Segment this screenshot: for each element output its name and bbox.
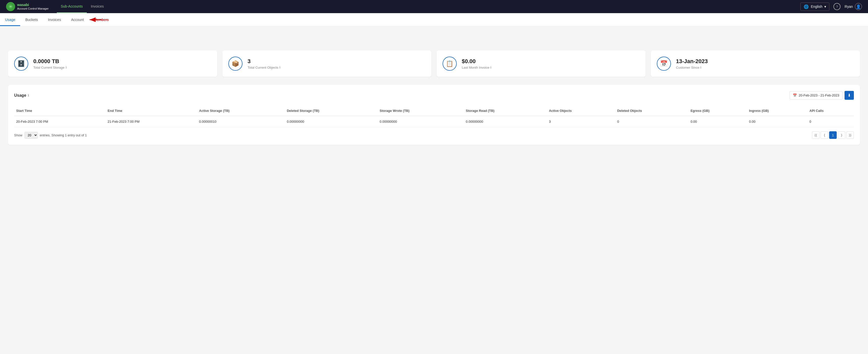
tab-members[interactable]: Members xyxy=(89,14,114,26)
download-button[interactable]: ⬇ xyxy=(844,91,854,100)
nav-sub-accounts[interactable]: Sub-Accounts xyxy=(57,0,87,13)
app-subtitle: Account Control Manager xyxy=(17,7,49,10)
stat-objects-info: 3 Total Current Objects ℹ xyxy=(248,58,281,69)
help-button[interactable]: ? xyxy=(833,3,840,10)
usage-header: Usage ℹ 📅 20-Feb-2023 - 21-Feb-2023 ⬇ xyxy=(14,91,854,100)
show-entries: Show 20 entries. Showing 1 entry out of … xyxy=(14,132,87,139)
objects-label: Total Current Objects ℹ xyxy=(248,66,281,69)
person-icon: 👤 xyxy=(856,4,861,9)
first-page-button[interactable]: ⟨⟨ xyxy=(812,131,819,139)
pagination: ⟨⟨ ⟨ 1 ⟩ ⟩⟩ xyxy=(812,131,854,139)
table-body: 20-Feb-2023 7:00 PM 21-Feb-2023 7:00 PM … xyxy=(14,116,854,127)
col-egress: Egress (GB) xyxy=(689,106,747,116)
invoice-info-icon[interactable]: ℹ xyxy=(490,66,492,69)
table-header: Start Time End Time Active Storage (TB) … xyxy=(14,106,854,116)
cell-deleted-objects: 0 xyxy=(615,116,689,127)
language-label: English xyxy=(811,4,822,8)
customer-info-icon[interactable]: ℹ xyxy=(700,66,702,69)
app-name: wasabi xyxy=(17,3,49,7)
stat-card-storage: 🗄️ 0.0000 TB Total Current Storage ℹ xyxy=(8,51,217,77)
cell-end-time: 21-Feb-2023 7:00 PM xyxy=(106,116,197,127)
tab-usage[interactable]: Usage xyxy=(0,14,20,26)
page-1-button[interactable]: 1 xyxy=(829,131,837,139)
objects-value: 3 xyxy=(248,58,281,65)
nav-right: 🌐 English ▾ ? Ryan 👤 xyxy=(800,2,862,11)
invoice-icon-wrap: 📋 xyxy=(442,57,457,71)
cell-storage-read: 0.00000000 xyxy=(464,116,547,127)
date-range-picker[interactable]: 📅 20-Feb-2023 - 21-Feb-2023 xyxy=(789,91,842,99)
cell-api-calls: 0 xyxy=(807,116,854,127)
navbar: wasabi Account Control Manager Sub-Accou… xyxy=(0,0,868,13)
col-end-time: End Time xyxy=(106,106,197,116)
storage-value: 0.0000 TB xyxy=(33,58,67,65)
table-row: 20-Feb-2023 7:00 PM 21-Feb-2023 7:00 PM … xyxy=(14,116,854,127)
storage-label: Total Current Storage ℹ xyxy=(33,66,67,69)
tab-buckets[interactable]: Buckets xyxy=(20,14,43,26)
table-footer: Show 20 entries. Showing 1 entry out of … xyxy=(14,131,854,139)
storage-info-icon[interactable]: ℹ xyxy=(66,66,67,69)
tab-invoices[interactable]: Invoices xyxy=(43,14,66,26)
storage-icon: 🗄️ xyxy=(18,60,25,67)
date-range-area: 📅 20-Feb-2023 - 21-Feb-2023 ⬇ xyxy=(789,91,854,100)
usage-title: Usage ℹ xyxy=(14,93,29,98)
stat-storage-info: 0.0000 TB Total Current Storage ℹ xyxy=(33,58,67,69)
globe-icon: 🌐 xyxy=(804,4,809,9)
header-row: Start Time End Time Active Storage (TB) … xyxy=(14,106,854,116)
tab-account[interactable]: Account xyxy=(66,14,89,26)
cell-storage-wrote: 0.00000000 xyxy=(378,116,464,127)
cell-active-storage: 0.00000010 xyxy=(197,116,285,127)
tabs-container: Usage Buckets Invoices Account Members xyxy=(0,14,868,26)
logo-icon xyxy=(6,2,15,11)
col-api-calls: API Calls xyxy=(807,106,854,116)
entries-select[interactable]: 20 xyxy=(25,132,38,139)
col-active-storage: Active Storage (TB) xyxy=(197,106,285,116)
chevron-down-icon: ▾ xyxy=(824,4,826,8)
show-label: Show xyxy=(14,133,23,137)
stat-card-objects: 📦 3 Total Current Objects ℹ xyxy=(222,51,432,77)
user-avatar: 👤 xyxy=(855,3,862,10)
col-deleted-objects: Deleted Objects xyxy=(615,106,689,116)
cell-active-objects: 3 xyxy=(547,116,615,127)
usage-table: Start Time End Time Active Storage (TB) … xyxy=(14,106,854,127)
language-selector[interactable]: 🌐 English ▾ xyxy=(800,2,829,11)
date-range-value: 20-Feb-2023 - 21-Feb-2023 xyxy=(799,93,839,97)
main-content: 🗄️ 0.0000 TB Total Current Storage ℹ 📦 3 xyxy=(8,45,860,151)
stats-grid: 🗄️ 0.0000 TB Total Current Storage ℹ 📦 3 xyxy=(8,51,860,77)
prev-page-button[interactable]: ⟨ xyxy=(820,131,828,139)
cell-egress: 0.00 xyxy=(689,116,747,127)
calendar-picker-icon: 📅 xyxy=(793,93,797,97)
user-menu[interactable]: Ryan 👤 xyxy=(844,3,862,10)
invoice-label: Last Month Invoice ℹ xyxy=(462,66,492,69)
storage-icon-wrap: 🗄️ xyxy=(14,57,28,71)
objects-info-icon[interactable]: ℹ xyxy=(279,66,281,69)
invoice-value: $0.00 xyxy=(462,58,492,65)
user-name: Ryan xyxy=(844,4,853,8)
question-icon: ? xyxy=(836,5,838,8)
stat-customer-info: 13-Jan-2023 Customer Since ℹ xyxy=(676,58,708,69)
app-logo[interactable]: wasabi Account Control Manager xyxy=(6,2,49,11)
nav-invoices[interactable]: Invoices xyxy=(87,0,108,13)
tabs: Usage Buckets Invoices Account Members xyxy=(0,14,868,26)
usage-info-icon[interactable]: ℹ xyxy=(28,94,29,97)
stat-card-customer-since: 📅 13-Jan-2023 Customer Since ℹ xyxy=(651,51,860,77)
col-deleted-storage: Deleted Storage (TB) xyxy=(285,106,378,116)
page-content: 🗄️ 0.0000 TB Total Current Storage ℹ 📦 3 xyxy=(0,39,868,156)
invoice-icon: 📋 xyxy=(446,60,454,67)
usage-section: Usage ℹ 📅 20-Feb-2023 - 21-Feb-2023 ⬇ xyxy=(8,85,860,145)
next-page-button[interactable]: ⟩ xyxy=(838,131,845,139)
customer-since-label: Customer Since ℹ xyxy=(676,66,708,69)
customer-since-value: 13-Jan-2023 xyxy=(676,58,708,65)
last-page-button[interactable]: ⟩⟩ xyxy=(846,131,854,139)
cell-deleted-storage: 0.00000000 xyxy=(285,116,378,127)
cell-start-time: 20-Feb-2023 7:00 PM xyxy=(14,116,106,127)
col-active-objects: Active Objects xyxy=(547,106,615,116)
cell-ingress: 0.00 xyxy=(747,116,807,127)
col-ingress: Ingress (GB) xyxy=(747,106,807,116)
calendar-icon: 📅 xyxy=(660,60,668,67)
nav-links: Sub-Accounts Invoices xyxy=(57,0,801,13)
calendar-icon-wrap: 📅 xyxy=(657,57,671,71)
objects-icon: 📦 xyxy=(231,60,239,67)
download-icon: ⬇ xyxy=(847,93,851,98)
entries-info: entries. Showing 1 entry out of 1 xyxy=(40,133,87,137)
stat-invoice-info: $0.00 Last Month Invoice ℹ xyxy=(462,58,492,69)
